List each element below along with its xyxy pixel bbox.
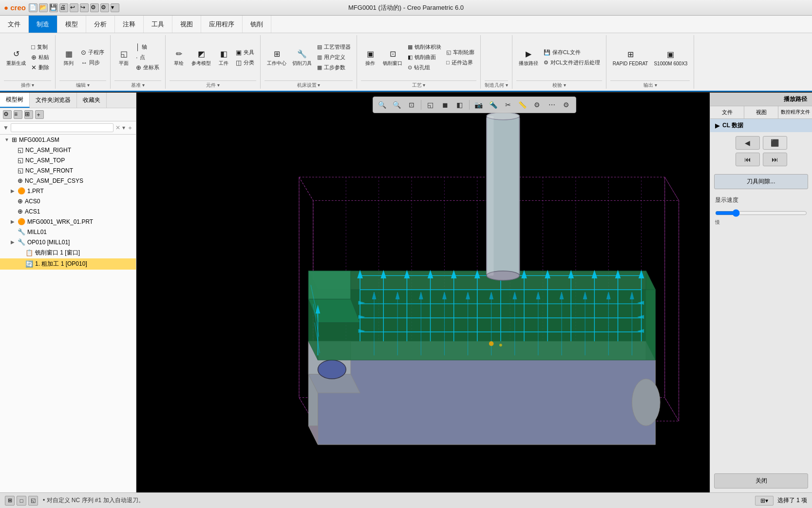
menu-apps[interactable]: 应用程序: [201, 16, 243, 33]
group-label-verify[interactable]: 校验 ▾: [516, 80, 602, 89]
undo-icon[interactable]: ↩: [70, 3, 78, 12]
print-icon[interactable]: 🖨: [59, 3, 68, 12]
perspective-btn[interactable]: ◧: [453, 98, 466, 111]
mill-volume-btn[interactable]: ▦ 铣削体积块: [406, 42, 443, 52]
tree-item[interactable]: ⊕NC_ASM_DEF_CSYS: [0, 176, 136, 186]
post-process-btn[interactable]: ⚙ 对CL文件进行后处理: [542, 58, 602, 67]
settings-icon[interactable]: ⚙: [100, 3, 109, 12]
menu-model[interactable]: 模型: [57, 16, 86, 33]
search-expand-icon[interactable]: ▾: [122, 124, 125, 131]
work-center-btn[interactable]: ⊞ 工作中心: [264, 46, 289, 68]
group-label-datum[interactable]: 基准 ▾: [114, 80, 161, 89]
operation-btn[interactable]: ▣ 操作: [361, 46, 379, 68]
tree-item[interactable]: ▶🟠MFG0001_WRK_01.PRT: [0, 216, 136, 227]
speed-slider[interactable]: [715, 209, 807, 217]
wireframe-btn[interactable]: ◱: [424, 98, 437, 111]
ref-model-btn[interactable]: ◩ 参考模型: [189, 46, 213, 68]
shaded-btn[interactable]: ◼: [439, 98, 452, 111]
rp-tab-view[interactable]: 视图: [744, 106, 778, 118]
point-btn[interactable]: · 点: [134, 53, 161, 62]
tree-item[interactable]: 📋铣削窗口 1 [窗口]: [0, 247, 136, 258]
paste-btn[interactable]: ⊕ 粘贴: [29, 53, 51, 62]
rp-tab-file[interactable]: 文件: [710, 106, 744, 118]
menu-view[interactable]: 视图: [172, 16, 201, 33]
return-boundary-btn[interactable]: □ 还件边界: [444, 58, 476, 67]
open-icon[interactable]: 📂: [39, 3, 48, 12]
tree-item[interactable]: ◱NC_ASM_FRONT: [0, 165, 136, 176]
zoom-in-btn[interactable]: 🔍: [376, 98, 389, 111]
tree-item[interactable]: ⊕ACS0: [0, 196, 136, 206]
tree-list-icon[interactable]: ≡: [14, 110, 22, 119]
tree-expand-icon[interactable]: ▶: [10, 219, 16, 224]
search-add-icon[interactable]: ＋: [127, 124, 133, 132]
status-icon-2[interactable]: □: [17, 496, 26, 506]
tab-model-tree[interactable]: 模型树: [0, 93, 30, 108]
turn-contour-btn[interactable]: ◱ 车削轮廓: [444, 48, 476, 57]
regen-icon[interactable]: ⚙: [90, 3, 99, 12]
playpath-btn[interactable]: ▶ 播放路径: [516, 46, 541, 68]
tab-favorites[interactable]: 收藏夹: [77, 93, 107, 108]
camera-btn[interactable]: 📷: [472, 98, 485, 111]
step-params-btn[interactable]: ▦ 工步参数: [315, 63, 353, 72]
tree-columns-icon[interactable]: ⊞: [24, 110, 33, 119]
group-label-machine[interactable]: 机床设置 ▾: [264, 80, 353, 89]
sketch-btn[interactable]: ✏ 草绘: [170, 46, 188, 68]
sync-btn[interactable]: ↔ 同步: [79, 58, 106, 67]
selection-mode-btn[interactable]: ⊞▾: [755, 496, 774, 506]
tree-item[interactable]: ⊕ACS1: [0, 206, 136, 216]
tool-clearance-btn[interactable]: 刀具间隙...: [714, 174, 808, 189]
tree-item[interactable]: 🔧MILL01: [0, 227, 136, 237]
more-icon[interactable]: ▾: [111, 3, 119, 12]
rapid-fedrat-btn[interactable]: ⊞ RAPID FEDRAT: [610, 47, 651, 68]
mill-surface-btn[interactable]: ◧ 铣削曲面: [406, 53, 443, 62]
zoom-fit-btn[interactable]: ⊡: [405, 98, 418, 111]
group-label-edit[interactable]: 编辑 ▾: [59, 80, 106, 89]
tree-expand-icon[interactable]: ▼: [4, 137, 10, 142]
search-input[interactable]: [11, 123, 113, 132]
tab-folder-browser[interactable]: 文件夹浏览器: [30, 93, 77, 108]
zoom-out-btn[interactable]: 🔍: [391, 98, 403, 111]
fixture-btn[interactable]: ▣ 夹具: [234, 48, 256, 57]
more-view-btn[interactable]: ⋯: [546, 98, 558, 111]
menu-mill[interactable]: 铣削: [243, 16, 271, 33]
group-label-operations[interactable]: 操作 ▾: [4, 80, 51, 89]
copy-btn[interactable]: □ 复制: [29, 42, 51, 52]
menu-file[interactable]: 文件: [0, 16, 29, 33]
menu-manufacture[interactable]: 制造: [29, 16, 57, 33]
array-btn[interactable]: ▦ 阵列: [59, 46, 78, 68]
process-mgr-btn[interactable]: ▤ 工艺管理器: [315, 42, 353, 52]
drill-group-btn[interactable]: ⊙ 钻孔组: [406, 63, 443, 72]
tree-settings-icon[interactable]: ⚙: [3, 110, 12, 119]
classify-btn[interactable]: ◫ 分类: [234, 58, 256, 67]
csys-btn[interactable]: ⊕ 坐标系: [134, 63, 161, 72]
new-icon[interactable]: 📄: [29, 3, 38, 12]
redo-icon[interactable]: ↪: [80, 3, 89, 12]
rp-tab-nc[interactable]: 数控程序文件: [778, 106, 812, 118]
measure-btn[interactable]: 📏: [516, 98, 529, 111]
axis-btn[interactable]: │ 轴: [134, 42, 161, 52]
pb-play-btn[interactable]: ◀: [736, 136, 760, 150]
workpiece-btn[interactable]: ◧ 工件: [214, 46, 233, 68]
analysis2-btn[interactable]: ⚙: [531, 98, 544, 111]
regen-btn[interactable]: ↺ 重新生成: [4, 46, 28, 68]
status-icon-1[interactable]: ⊞: [5, 496, 15, 506]
section-btn[interactable]: ✂: [502, 98, 514, 111]
settings-view-btn[interactable]: ⚙: [560, 98, 573, 111]
menu-annotation[interactable]: 注释: [115, 16, 144, 33]
menu-tools[interactable]: 工具: [144, 16, 172, 33]
clear-search-icon[interactable]: ✕: [115, 124, 120, 131]
tree-item[interactable]: ▼⊞MFG0001.ASM: [0, 135, 136, 145]
cutting-tool-btn[interactable]: 🔧 切削刀具: [290, 46, 314, 68]
status-icon-3[interactable]: ◱: [28, 496, 38, 506]
tree-item[interactable]: ▶🔧OP010 [MILL01]: [0, 237, 136, 247]
group-label-process[interactable]: 工艺 ▾: [361, 80, 476, 89]
pb-next-btn[interactable]: ⏭: [763, 153, 787, 166]
tree-item[interactable]: ◱NC_ASM_TOP: [0, 155, 136, 165]
mill-window-btn[interactable]: ⊡ 铣削窗口: [380, 46, 405, 68]
tree-item[interactable]: ◱NC_ASM_RIGHT: [0, 145, 136, 155]
plane-btn[interactable]: ◱ 平面: [114, 46, 133, 68]
menu-analysis[interactable]: 分析: [86, 16, 115, 33]
close-btn[interactable]: 关闭: [714, 473, 808, 488]
delete-btn[interactable]: ✕ 删除: [29, 63, 51, 72]
cl-expand-icon[interactable]: ▶: [715, 122, 719, 129]
